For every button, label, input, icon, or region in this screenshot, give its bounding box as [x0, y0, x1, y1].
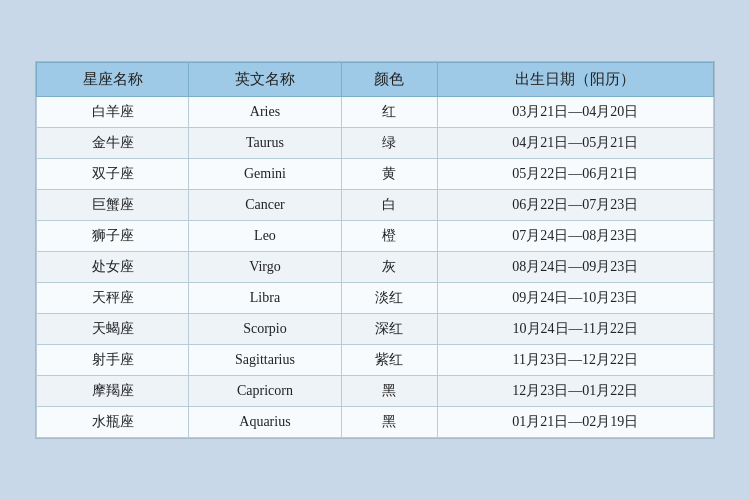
table-cell: 巨蟹座 — [37, 190, 189, 221]
table-cell: 双子座 — [37, 159, 189, 190]
table-cell: Leo — [189, 221, 341, 252]
table-cell: 04月21日—05月21日 — [437, 128, 713, 159]
table-cell: 金牛座 — [37, 128, 189, 159]
table-cell: 深红 — [341, 314, 437, 345]
table-cell: Capricorn — [189, 376, 341, 407]
table-cell: 白 — [341, 190, 437, 221]
zodiac-table-container: 星座名称英文名称颜色出生日期（阳历） 白羊座Aries红03月21日—04月20… — [35, 61, 715, 439]
table-cell: 10月24日—11月22日 — [437, 314, 713, 345]
table-cell: Virgo — [189, 252, 341, 283]
table-body: 白羊座Aries红03月21日—04月20日金牛座Taurus绿04月21日—0… — [37, 97, 714, 438]
table-cell: 水瓶座 — [37, 407, 189, 438]
table-row: 水瓶座Aquarius黑01月21日—02月19日 — [37, 407, 714, 438]
table-cell: Libra — [189, 283, 341, 314]
table-cell: 11月23日—12月22日 — [437, 345, 713, 376]
table-cell: 绿 — [341, 128, 437, 159]
table-cell: 处女座 — [37, 252, 189, 283]
table-cell: 摩羯座 — [37, 376, 189, 407]
table-cell: 12月23日—01月22日 — [437, 376, 713, 407]
table-header-cell: 出生日期（阳历） — [437, 63, 713, 97]
table-header-cell: 颜色 — [341, 63, 437, 97]
table-cell: 黑 — [341, 376, 437, 407]
table-cell: 橙 — [341, 221, 437, 252]
table-cell: Aries — [189, 97, 341, 128]
table-cell: 白羊座 — [37, 97, 189, 128]
table-cell: 天蝎座 — [37, 314, 189, 345]
table-cell: 紫红 — [341, 345, 437, 376]
table-cell: 淡红 — [341, 283, 437, 314]
table-cell: 黄 — [341, 159, 437, 190]
table-cell: 红 — [341, 97, 437, 128]
table-cell: 黑 — [341, 407, 437, 438]
table-cell: Sagittarius — [189, 345, 341, 376]
table-row: 射手座Sagittarius紫红11月23日—12月22日 — [37, 345, 714, 376]
table-row: 双子座Gemini黄05月22日—06月21日 — [37, 159, 714, 190]
table-row: 处女座Virgo灰08月24日—09月23日 — [37, 252, 714, 283]
table-cell: 射手座 — [37, 345, 189, 376]
table-cell: Gemini — [189, 159, 341, 190]
table-cell: 08月24日—09月23日 — [437, 252, 713, 283]
table-cell: 01月21日—02月19日 — [437, 407, 713, 438]
table-row: 天蝎座Scorpio深红10月24日—11月22日 — [37, 314, 714, 345]
table-row: 天秤座Libra淡红09月24日—10月23日 — [37, 283, 714, 314]
table-cell: Aquarius — [189, 407, 341, 438]
table-cell: 灰 — [341, 252, 437, 283]
table-cell: 09月24日—10月23日 — [437, 283, 713, 314]
zodiac-table: 星座名称英文名称颜色出生日期（阳历） 白羊座Aries红03月21日—04月20… — [36, 62, 714, 438]
table-cell: Scorpio — [189, 314, 341, 345]
table-cell: 狮子座 — [37, 221, 189, 252]
table-row: 巨蟹座Cancer白06月22日—07月23日 — [37, 190, 714, 221]
table-cell: 03月21日—04月20日 — [437, 97, 713, 128]
table-cell: Cancer — [189, 190, 341, 221]
table-cell: 07月24日—08月23日 — [437, 221, 713, 252]
table-row: 白羊座Aries红03月21日—04月20日 — [37, 97, 714, 128]
table-header-row: 星座名称英文名称颜色出生日期（阳历） — [37, 63, 714, 97]
table-cell: 05月22日—06月21日 — [437, 159, 713, 190]
table-row: 狮子座Leo橙07月24日—08月23日 — [37, 221, 714, 252]
table-header-cell: 英文名称 — [189, 63, 341, 97]
table-cell: 天秤座 — [37, 283, 189, 314]
table-row: 金牛座Taurus绿04月21日—05月21日 — [37, 128, 714, 159]
table-header-cell: 星座名称 — [37, 63, 189, 97]
table-row: 摩羯座Capricorn黑12月23日—01月22日 — [37, 376, 714, 407]
table-cell: Taurus — [189, 128, 341, 159]
table-cell: 06月22日—07月23日 — [437, 190, 713, 221]
